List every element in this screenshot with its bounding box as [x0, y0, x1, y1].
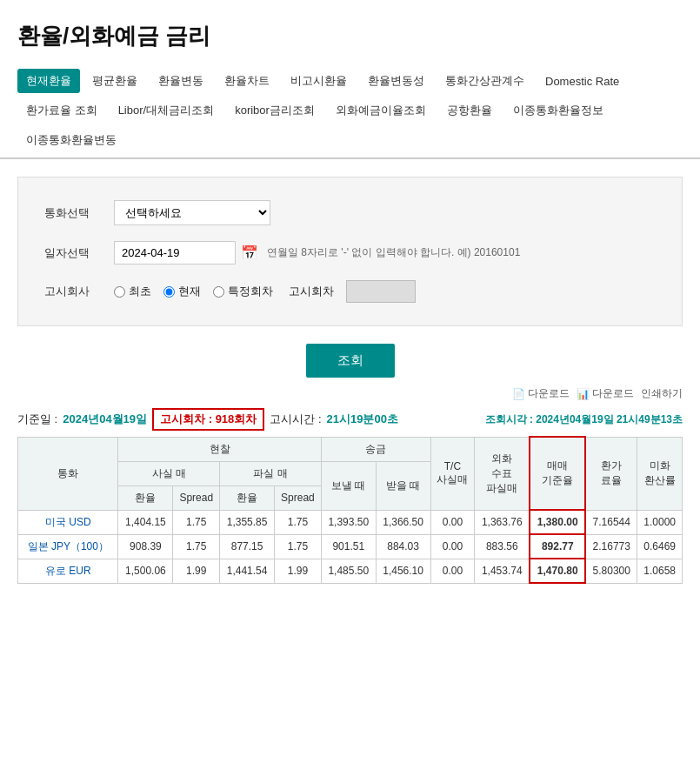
th-pasil-hwan: 환율: [220, 485, 275, 510]
usd-send: 1,393.50: [321, 510, 376, 534]
jpy-forex-fee: 883.56: [475, 534, 530, 559]
radio-current-input[interactable]: [163, 286, 175, 298]
jpy-trade-base: 892.77: [530, 534, 585, 559]
currency-select[interactable]: 선택하세요: [114, 200, 270, 225]
gosi-value: 918회차: [216, 412, 257, 425]
th-currency: 통화: [18, 437, 118, 510]
table-row: 미국 USD 1,404.15 1.75 1,355.85 1.75 1,393…: [18, 510, 683, 534]
nav-hwan-fee[interactable]: 환가료율 조회: [17, 98, 106, 123]
jpy-pasil-hwan: 877.15: [220, 534, 275, 559]
eur-pasil-spread: 1.99: [275, 559, 322, 583]
base-date: 2024년04월19일: [63, 412, 147, 427]
inquiry-info: 조회시각 : 2024년04월19일 21시49분13초: [485, 412, 683, 427]
date-input[interactable]: [114, 241, 236, 264]
radio-specific[interactable]: 특정회차: [213, 284, 273, 299]
search-btn-area: 조회: [0, 344, 700, 378]
date-hint: 연월일 8자리로 '-' 없이 입력해야 합니다. 예) 20160101: [267, 245, 520, 260]
nav-koribor[interactable]: koribor금리조회: [226, 98, 323, 123]
usd-receive: 1,366.50: [376, 510, 430, 534]
th-pasil-spread: Spread: [275, 485, 322, 510]
page-title: 환율/외화예금 금리: [0, 0, 700, 60]
result-tools: 📄 다운로드 📊 다운로드 인쇄하기: [0, 386, 700, 406]
eur-hwan-rate: 5.80300: [585, 559, 637, 583]
jpy-receive: 884.03: [376, 534, 430, 559]
nav-rate-volatility[interactable]: 환율변동성: [359, 69, 433, 93]
currency-usd-link[interactable]: 미국 USD: [45, 516, 91, 528]
nav-forex-deposit[interactable]: 외화예금이율조회: [327, 98, 435, 123]
jpy-pasil-spread: 1.75: [275, 534, 322, 559]
result-table-wrapper: 통화 현찰 송금 T/C 사실매 외화 수표 파실매 매매 기준율 환가 료율 …: [0, 436, 700, 601]
nav-domestic-rate[interactable]: Domestic Rate: [537, 70, 628, 92]
inquiry-label: 조회시각 :: [485, 413, 537, 425]
gosihoi-value-input[interactable]: [346, 280, 416, 303]
th-send: 보낼 때: [321, 461, 376, 510]
calendar-icon[interactable]: 📅: [241, 244, 258, 261]
nav-airport[interactable]: 공항환율: [438, 98, 501, 123]
eur-trade-base: 1,470.80: [530, 559, 585, 583]
radio-specific-input[interactable]: [213, 286, 224, 298]
nav-row-2: 환가료율 조회 Libor/대체금리조회 koribor금리조회 외화예금이율조…: [17, 98, 683, 123]
download-label-2[interactable]: 다운로드: [592, 386, 634, 401]
radio-first-input[interactable]: [114, 286, 125, 298]
gosihoi-radio-group: 최초 현재 특정회차 고시회차: [114, 280, 416, 303]
th-forex-fee: 외화 수표 파실매: [475, 437, 530, 510]
nav-cross-currency[interactable]: 이종통화환율정보: [504, 98, 612, 123]
nav-row-1: 현재환율 평균환율 환율변동 환율차트 비고시환율 환율변동성 통화간상관계수 …: [17, 69, 683, 93]
table-row: 일본 JPY（100） 908.39 1.75 877.15 1.75 901.…: [18, 534, 683, 559]
radio-current[interactable]: 현재: [163, 284, 201, 299]
eur-pasil-hwan: 1,441.54: [220, 559, 275, 583]
currency-jpy: 일본 JPY（100）: [18, 534, 118, 559]
gosi-time-label: 고시시간 :: [270, 412, 321, 427]
currency-eur: 유로 EUR: [18, 559, 118, 583]
usd-hwan-rate: 7.16544: [585, 510, 637, 534]
date-label: 일자선택: [44, 245, 114, 261]
download-btn-1[interactable]: 📄 다운로드: [512, 386, 570, 401]
nav-rate-change[interactable]: 환율변동: [150, 69, 212, 93]
currency-jpy-link[interactable]: 일본 JPY（100）: [28, 540, 109, 552]
usd-pasil-hwan: 1,355.85: [220, 510, 275, 534]
print-btn[interactable]: 인쇄하기: [641, 386, 683, 401]
eur-send: 1,485.50: [321, 559, 376, 583]
radio-first-label: 최초: [129, 284, 151, 299]
file-icon: 📄: [512, 388, 525, 400]
search-button[interactable]: 조회: [306, 344, 395, 378]
th-songeum: 송금: [321, 437, 430, 461]
nav-cross-change[interactable]: 이종통화환율변동: [17, 128, 125, 152]
radio-first[interactable]: 최초: [114, 284, 151, 299]
usd-forex-fee: 1,363.76: [475, 510, 530, 534]
th-trade-base: 매매 기준율: [530, 437, 585, 510]
th-mihwa: 미화 환산률: [637, 437, 683, 510]
table-header-row-1: 통화 현찰 송금 T/C 사실매 외화 수표 파실매 매매 기준율 환가 료율 …: [18, 437, 683, 461]
eur-tc-sale: 0.00: [430, 559, 475, 583]
th-pasil: 파실 매: [220, 461, 322, 485]
nav-area: 현재환율 평균환율 환율변동 환율차트 비고시환율 환율변동성 통화간상관계수 …: [0, 60, 700, 159]
th-sashil-spread: Spread: [173, 485, 220, 510]
jpy-hwan-rate: 2.16773: [585, 534, 637, 559]
download-label-1[interactable]: 다운로드: [528, 386, 570, 401]
nav-rate-chart[interactable]: 환율차트: [216, 69, 278, 93]
nav-avg-rate[interactable]: 평균환율: [83, 69, 146, 93]
exchange-table: 통화 현찰 송금 T/C 사실매 외화 수표 파실매 매매 기준율 환가 료율 …: [17, 436, 683, 584]
nav-non-gosi[interactable]: 비고시환율: [282, 69, 356, 93]
eur-forex-fee: 1,453.74: [475, 559, 530, 583]
nav-current-rate[interactable]: 현재환율: [17, 69, 80, 93]
eur-sashil-spread: 1.99: [173, 559, 220, 583]
usd-sashil-spread: 1.75: [173, 510, 220, 534]
download-btn-2[interactable]: 📊 다운로드: [577, 386, 634, 401]
currency-label: 통화선택: [44, 205, 114, 221]
gosihoi-label: 고시회사: [44, 284, 114, 299]
gosi-label-badge: 고시회차 : 918회차: [152, 408, 264, 431]
th-tc-sale: T/C 사실매: [430, 437, 475, 510]
nav-currency-corr[interactable]: 통화간상관계수: [437, 69, 533, 93]
radio-current-label: 현재: [178, 284, 201, 299]
jpy-sashil-hwan: 908.39: [118, 534, 173, 559]
nav-libor[interactable]: Libor/대체금리조회: [110, 98, 223, 123]
print-label[interactable]: 인쇄하기: [641, 386, 683, 401]
excel-icon: 📊: [577, 388, 590, 400]
th-hwan-rate: 환가 료율: [585, 437, 637, 510]
currency-eur-link[interactable]: 유로 EUR: [45, 565, 91, 577]
currency-usd: 미국 USD: [18, 510, 118, 534]
gosihoi-text: 고시회차: [289, 284, 334, 299]
usd-pasil-spread: 1.75: [275, 510, 322, 534]
jpy-tc-sale: 0.00: [430, 534, 475, 559]
